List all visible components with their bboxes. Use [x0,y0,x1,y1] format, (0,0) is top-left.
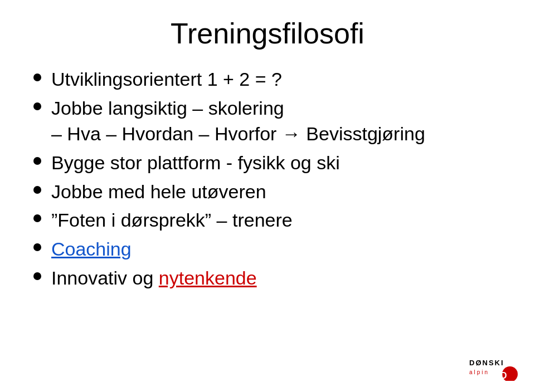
bullet-dot-6 [33,243,41,251]
svg-text:D: D [500,371,507,380]
bullet-text-2: Jobbe langsiktig – skolering [51,96,284,121]
list-item: ”Foten i dørsprekk” – trenere [33,208,502,233]
bullet-dot-7 [33,272,41,280]
list-item: Jobbe langsiktig – skolering – Hva – Hvo… [33,96,502,147]
slide-container: Treningsfilosofi Utviklingsorientert 1 +… [0,0,535,392]
bullet-text-5: ”Foten i dørsprekk” – trenere [51,208,502,233]
donski-logo: D DØNSKI alpin [468,353,518,381]
bullet-dot-1 [33,74,41,81]
list-item: Coaching [33,237,502,262]
svg-text:alpin: alpin [469,369,489,375]
coaching-link[interactable]: Coaching [51,238,132,259]
bullet-text-6: Coaching [51,237,502,262]
logo-container: D DØNSKI alpin [468,353,518,381]
bullet-text-7: Innovativ og nytenkende [51,266,502,291]
bullet-list: Utviklingsorientert 1 + 2 = ? Jobbe lang… [33,67,502,291]
list-item: Utviklingsorientert 1 + 2 = ? [33,67,502,92]
bullet-text-3: Bygge stor plattform - fysikk og ski [51,150,502,176]
list-item: Bygge stor plattform - fysikk og ski [33,150,502,176]
bullet-dot-3 [33,157,41,165]
bullet-dot-2 [33,102,41,110]
bullet-text-1: Utviklingsorientert 1 + 2 = ? [51,67,502,92]
bullet-text-4: Jobbe med hele utøveren [51,179,502,205]
bullet-dot-4 [33,186,41,194]
innovativ-text: Innovativ og [51,267,159,288]
slide-title: Treningsfilosofi [33,17,502,50]
nytenkende-link[interactable]: nytenkende [159,267,257,288]
svg-text:DØNSKI: DØNSKI [469,359,504,367]
list-item: Innovativ og nytenkende [33,266,502,291]
bullet-dot-5 [33,214,41,222]
list-item: Jobbe med hele utøveren [33,179,502,205]
bullet-subtext-2: – Hva – Hvordan – Hvorfor → Bevisstgjøri… [33,121,425,147]
